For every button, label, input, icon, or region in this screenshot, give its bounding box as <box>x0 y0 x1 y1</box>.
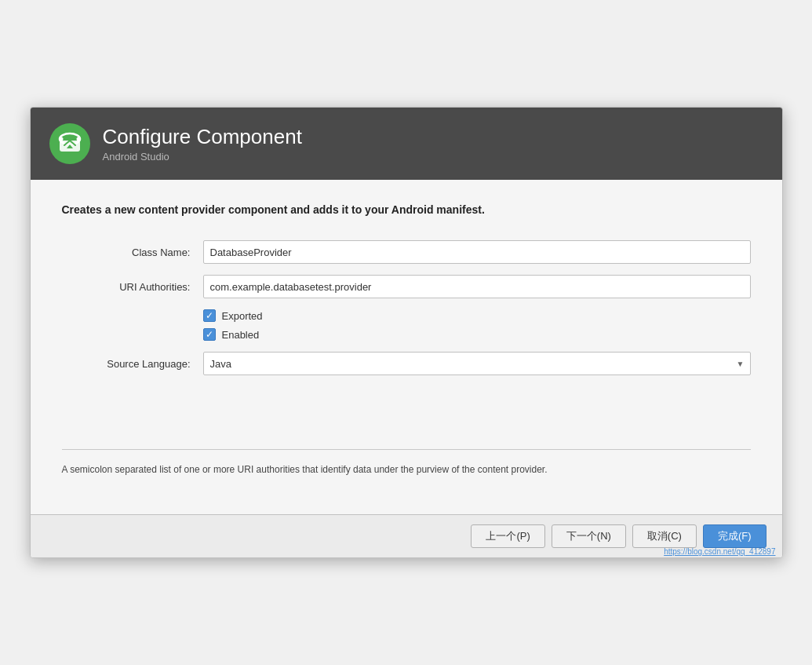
source-language-label: Source Language: <box>62 358 203 370</box>
exported-label: Exported <box>222 310 263 322</box>
enabled-checkbox[interactable]: ✓ <box>203 328 216 341</box>
enabled-label: Enabled <box>222 329 260 341</box>
exported-checkbox-row[interactable]: ✓ Exported <box>203 309 751 322</box>
content-spacer <box>62 386 751 449</box>
uri-authorities-row: URI Authorities: <box>62 275 751 298</box>
watermark-text: https://blog.csdn.net/qq_412897 <box>664 547 775 556</box>
enabled-checkmark: ✓ <box>206 330 213 339</box>
configure-component-dialog: Configure Component Android Studio Creat… <box>30 107 783 558</box>
uri-authorities-input[interactable] <box>203 275 751 298</box>
header-text-group: Configure Component Android Studio <box>103 125 302 163</box>
uri-authorities-label: URI Authorities: <box>62 281 203 293</box>
class-name-row: Class Name: <box>62 240 751 264</box>
exported-checkmark: ✓ <box>206 311 213 320</box>
cancel-button[interactable]: 取消(C) <box>632 524 697 548</box>
checkboxes-area: ✓ Exported ✓ Enabled <box>203 309 751 341</box>
footer-note: A semicolon separated list of one or mor… <box>62 462 751 492</box>
button-bar: 上一个(P) 下一个(N) 取消(C) 完成(F) https://blog.c… <box>31 514 782 557</box>
exported-checkbox[interactable]: ✓ <box>203 309 216 322</box>
dialog-subtitle: Android Studio <box>103 151 302 163</box>
source-language-row: Source Language: Java Kotlin ▼ <box>62 352 751 375</box>
enabled-checkbox-row[interactable]: ✓ Enabled <box>203 328 751 341</box>
form-area: Class Name: URI Authorities: ✓ Exported <box>62 240 751 386</box>
finish-button[interactable]: 完成(F) <box>703 524 766 548</box>
dialog-title: Configure Component <box>103 125 302 149</box>
dialog-header: Configure Component Android Studio <box>31 108 782 180</box>
svg-point-2 <box>59 137 63 141</box>
source-language-wrapper: Java Kotlin ▼ <box>203 352 751 375</box>
class-name-label: Class Name: <box>62 247 203 258</box>
android-studio-logo <box>49 123 90 164</box>
prev-button[interactable]: 上一个(P) <box>471 524 544 548</box>
next-button[interactable]: 下一个(N) <box>552 524 626 548</box>
class-name-input[interactable] <box>203 240 751 264</box>
description-text: Creates a new content provider component… <box>62 202 751 218</box>
svg-point-3 <box>76 137 80 141</box>
source-language-select[interactable]: Java Kotlin <box>203 352 751 375</box>
separator <box>62 449 751 450</box>
dialog-content: Creates a new content provider component… <box>31 180 782 514</box>
